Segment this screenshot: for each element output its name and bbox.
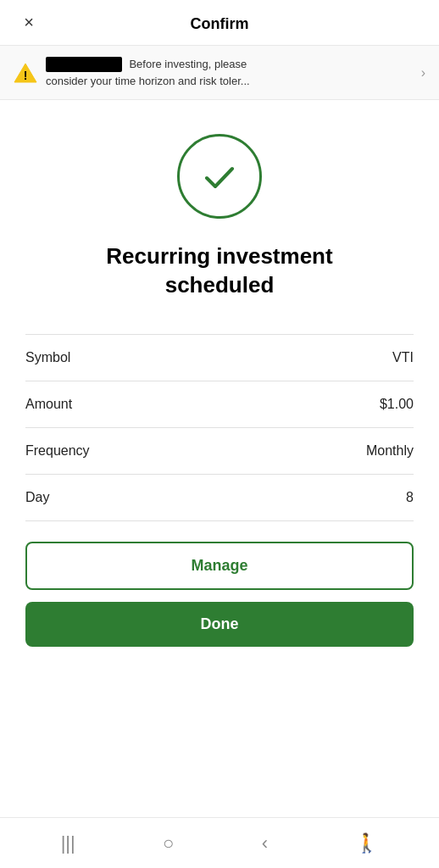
detail-label: Frequency xyxy=(25,443,90,459)
detail-label: Symbol xyxy=(25,350,70,365)
nav-back-icon[interactable]: ‹ xyxy=(262,832,268,854)
warning-banner[interactable]: ! Before investing, pleaseconsider your … xyxy=(0,45,439,100)
success-title: Recurring investmentscheduled xyxy=(106,242,332,300)
header: × Confirm xyxy=(0,0,439,45)
detail-label: Day xyxy=(25,490,49,505)
done-button[interactable]: Done xyxy=(25,602,414,647)
checkmark-icon xyxy=(198,155,241,198)
buttons-section: Manage Done xyxy=(25,521,414,657)
header-title: Confirm xyxy=(191,15,249,33)
detail-label: Amount xyxy=(25,397,72,412)
main-content: Recurring investmentscheduled Symbol VTI… xyxy=(0,100,439,674)
table-row: Frequency Monthly xyxy=(25,428,414,475)
detail-value: VTI xyxy=(392,350,414,365)
details-table: Symbol VTI Amount $1.00 Frequency Monthl… xyxy=(25,334,414,521)
bottom-nav: ||| ○ ‹ 🚶 xyxy=(0,817,439,868)
warning-text: Before investing, pleaseconsider your ti… xyxy=(46,56,414,89)
detail-value: 8 xyxy=(406,490,414,505)
nav-menu-icon[interactable]: ||| xyxy=(61,832,75,854)
warning-icon: ! xyxy=(14,61,37,85)
detail-value: Monthly xyxy=(366,443,414,459)
close-button[interactable]: × xyxy=(17,11,41,35)
table-row: Symbol VTI xyxy=(25,335,414,381)
table-row: Day 8 xyxy=(25,475,414,521)
detail-value: $1.00 xyxy=(380,397,414,412)
warning-arrow-icon: › xyxy=(421,65,425,81)
manage-button[interactable]: Manage xyxy=(25,542,414,590)
redacted-block xyxy=(46,57,122,72)
success-circle xyxy=(177,134,262,219)
nav-home-icon[interactable]: ○ xyxy=(163,832,174,854)
table-row: Amount $1.00 xyxy=(25,381,414,428)
svg-text:!: ! xyxy=(24,69,28,82)
nav-profile-icon[interactable]: 🚶 xyxy=(355,832,378,854)
